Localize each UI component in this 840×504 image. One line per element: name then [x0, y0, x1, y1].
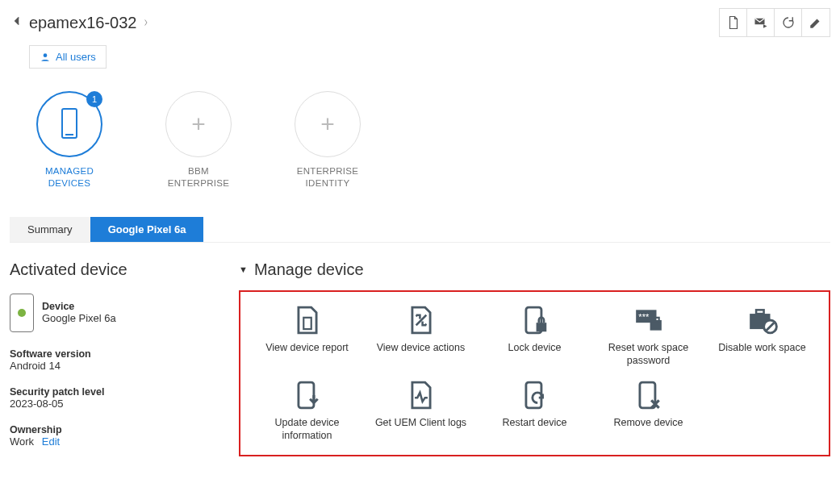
patch-value: 2023-08-05	[10, 398, 219, 410]
category-managed-devices[interactable]: 1 MANAGED DEVICES	[29, 91, 110, 190]
svg-rect-6	[536, 323, 546, 331]
document-pulse-icon	[406, 380, 437, 410]
svg-rect-4	[303, 318, 311, 329]
all-users-button[interactable]: All users	[29, 45, 107, 69]
svg-rect-17	[639, 382, 654, 408]
svg-point-3	[18, 309, 26, 317]
phone-outline-icon	[10, 294, 34, 332]
edit-button[interactable]	[802, 9, 830, 36]
manage-device-header[interactable]: ▼ Manage device	[239, 260, 830, 279]
person-icon	[40, 52, 51, 63]
svg-text:***: ***	[638, 312, 650, 322]
bbm-circle: +	[165, 91, 232, 157]
tab-summary[interactable]: Summary	[10, 217, 90, 242]
document-device-icon	[292, 305, 323, 335]
android-icon	[17, 308, 27, 318]
action-view-device-actions[interactable]: View device actions	[364, 300, 478, 372]
category-row: 1 MANAGED DEVICES + BBM ENTERPRISE + ENT…	[0, 69, 840, 206]
page-header: epamex16-032	[0, 0, 840, 40]
collapse-triangle-icon: ▼	[239, 264, 248, 274]
device-summary-row: Device Google Pixel 6a	[10, 294, 219, 332]
action-update-device-info[interactable]: Update device information	[250, 375, 364, 447]
plus-icon: +	[191, 110, 206, 138]
category-label: BBM ENTERPRISE	[158, 165, 239, 190]
ownership-edit-link[interactable]: Edit	[42, 435, 60, 448]
manage-actions-box: View device report View device actions L…	[239, 290, 830, 457]
category-label: ENTERPRISE IDENTITY	[287, 165, 368, 190]
device-label: Device	[42, 301, 116, 312]
refresh-button[interactable]	[775, 9, 802, 36]
manage-device-panel: ▼ Manage device View device report View …	[239, 260, 830, 457]
document-arrows-icon	[406, 305, 437, 335]
managed-devices-circle: 1	[36, 91, 102, 157]
identity-circle: +	[295, 91, 361, 157]
ownership-value: Work Edit	[10, 435, 219, 448]
new-document-button[interactable]	[720, 9, 747, 36]
software-label: Software version	[10, 348, 219, 360]
activated-title: Activated device	[10, 260, 219, 279]
breadcrumb[interactable]: epamex16-032	[10, 14, 153, 32]
manage-title: Manage device	[254, 260, 364, 279]
send-mail-button[interactable]	[747, 9, 775, 36]
password-reset-icon: ***	[633, 305, 664, 335]
action-reset-workspace-password[interactable]: *** Reset work space password	[591, 300, 705, 372]
plus-icon: +	[320, 110, 335, 138]
content-area: Activated device Device Google Pixel 6a …	[0, 243, 840, 475]
back-chevron-icon[interactable]	[10, 14, 24, 32]
briefcase-disable-icon	[747, 305, 778, 335]
tab-bar: Summary Google Pixel 6a	[10, 217, 830, 243]
device-icon	[59, 107, 80, 142]
device-download-icon	[292, 380, 323, 410]
action-remove-device[interactable]: Remove device	[591, 375, 705, 447]
svg-rect-1	[62, 109, 77, 138]
all-users-label: All users	[56, 51, 96, 63]
action-disable-workspace[interactable]: Disable work space	[705, 300, 819, 372]
device-restart-icon	[520, 380, 550, 410]
tab-device[interactable]: Google Pixel 6a	[90, 217, 204, 242]
device-lock-icon	[520, 305, 550, 335]
software-value: Android 14	[10, 360, 219, 372]
category-enterprise-identity[interactable]: + ENTERPRISE IDENTITY	[287, 91, 368, 190]
svg-rect-15	[298, 382, 313, 408]
action-restart-device[interactable]: Restart device	[478, 375, 591, 447]
header-toolbar	[719, 8, 830, 37]
breadcrumb-title: epamex16-032	[29, 14, 136, 32]
action-lock-device[interactable]: Lock device	[478, 300, 591, 372]
action-get-uem-logs[interactable]: Get UEM Client logs	[364, 375, 478, 447]
svg-rect-12	[756, 310, 764, 314]
breadcrumb-chevron-icon	[141, 14, 153, 32]
ownership-label: Ownership	[10, 424, 219, 435]
patch-label: Security patch level	[10, 386, 219, 398]
device-remove-icon	[633, 380, 664, 410]
device-value: Google Pixel 6a	[42, 312, 116, 324]
action-view-device-report[interactable]: View device report	[250, 300, 364, 372]
category-bbm-enterprise[interactable]: + BBM ENTERPRISE	[158, 91, 239, 190]
svg-point-0	[44, 53, 48, 57]
category-label: MANAGED DEVICES	[29, 165, 110, 190]
activated-device-panel: Activated device Device Google Pixel 6a …	[10, 260, 219, 462]
device-count-badge: 1	[86, 91, 102, 107]
